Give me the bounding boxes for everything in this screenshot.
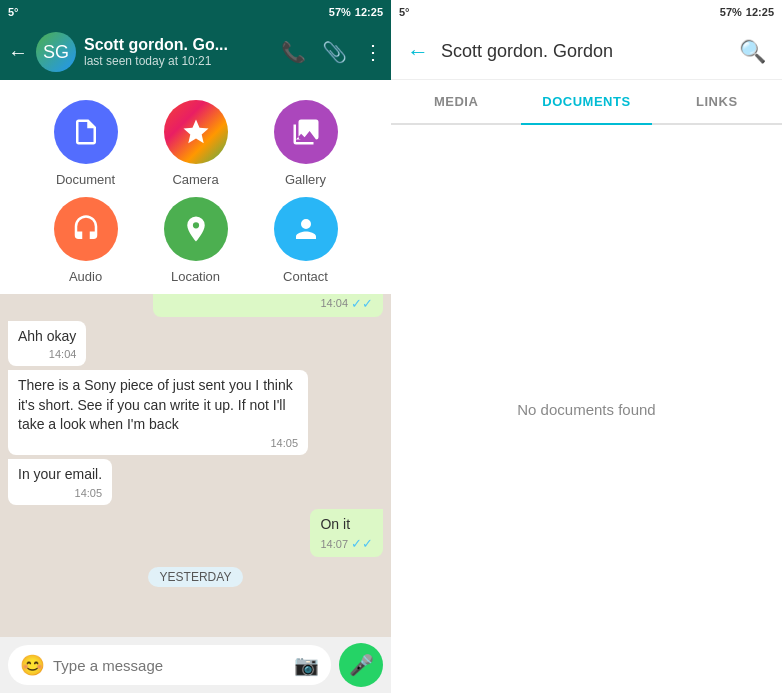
right-left-status: 5° xyxy=(399,6,410,18)
detail-back-button[interactable]: ← xyxy=(407,39,429,65)
chat-header: ← SG Scott gordon. Go... last seen today… xyxy=(0,24,391,80)
message-input[interactable] xyxy=(53,657,286,674)
right-time: 12:25 xyxy=(746,6,774,18)
phone-icon[interactable]: 📞 xyxy=(281,40,306,64)
attach-document[interactable]: Document xyxy=(36,100,136,187)
message-text: In your email. xyxy=(18,465,102,485)
message-5: On it 14:07 ✓✓ xyxy=(310,509,383,558)
back-button[interactable]: ← xyxy=(8,41,28,64)
message-meta: 14:04 ✓✓ xyxy=(163,296,373,311)
attach-contact[interactable]: Contact xyxy=(256,197,356,284)
camera-icon xyxy=(164,100,228,164)
audio-label: Audio xyxy=(69,269,102,284)
contact-name: Scott gordon. Go... xyxy=(84,36,273,54)
more-options-icon[interactable]: ⋮ xyxy=(363,40,383,64)
message-meta: 14:05 xyxy=(18,437,298,449)
chat-messages: I'm just getting back into the office 14… xyxy=(0,260,391,637)
message-text: Ahh okay xyxy=(18,327,76,347)
camera-attach-icon[interactable]: 📷 xyxy=(294,653,319,677)
attach-location[interactable]: Location xyxy=(146,197,246,284)
right-panel: 5° 57% 12:25 ← Scott gordon. Gordon 🔍 ME… xyxy=(391,0,782,693)
message-time: 14:07 xyxy=(320,538,348,550)
right-status-icons: 57% 12:25 xyxy=(329,6,383,18)
attach-audio[interactable]: Audio xyxy=(36,197,136,284)
media-tabs: MEDIA DOCUMENTS LINKS xyxy=(391,80,782,125)
tab-media[interactable]: MEDIA xyxy=(391,80,521,123)
attach-gallery[interactable]: Gallery xyxy=(256,100,356,187)
message-time: 14:05 xyxy=(75,487,103,499)
empty-state: No documents found xyxy=(391,125,782,693)
message-input-bar: 😊 📷 🎤 xyxy=(0,637,391,693)
detail-title: Scott gordon. Gordon xyxy=(441,41,727,62)
message-3: There is a Sony piece of just sent you I… xyxy=(8,370,308,455)
detail-search-icon[interactable]: 🔍 xyxy=(739,39,766,65)
status-bar-right: 5° 57% 12:25 xyxy=(391,0,782,24)
document-icon xyxy=(54,100,118,164)
message-time: 14:05 xyxy=(270,437,298,449)
contact-info[interactable]: Scott gordon. Go... last seen today at 1… xyxy=(84,36,273,68)
attach-camera[interactable]: Camera xyxy=(146,100,246,187)
camera-label: Camera xyxy=(172,172,218,187)
location-icon xyxy=(164,197,228,261)
left-panel: 5° 57% 12:25 ← SG Scott gordon. Go... la… xyxy=(0,0,391,693)
message-ticks: ✓✓ xyxy=(351,296,373,311)
right-right-status: 57% 12:25 xyxy=(720,6,774,18)
date-divider: YESTERDAY xyxy=(148,567,244,587)
contact-status: last seen today at 10:21 xyxy=(84,54,273,68)
gallery-label: Gallery xyxy=(285,172,326,187)
right-battery: 57% xyxy=(720,6,742,18)
detail-header: ← Scott gordon. Gordon 🔍 xyxy=(391,24,782,80)
message-meta: 14:04 xyxy=(18,348,76,360)
contact-label: Contact xyxy=(283,269,328,284)
message-text: There is a Sony piece of just sent you I… xyxy=(18,376,298,435)
message-meta: 14:07 ✓✓ xyxy=(320,536,373,551)
message-2: Ahh okay 14:04 xyxy=(8,321,86,367)
message-ticks: ✓✓ xyxy=(351,536,373,551)
audio-icon xyxy=(54,197,118,261)
message-time: 14:04 xyxy=(49,348,77,360)
contact-avatar[interactable]: SG xyxy=(36,32,76,72)
battery-level: 57% xyxy=(329,6,351,18)
header-actions: 📞 📎 ⋮ xyxy=(281,40,383,64)
message-input-field: 😊 📷 xyxy=(8,645,331,685)
message-text: On it xyxy=(320,515,373,535)
contact-icon xyxy=(274,197,338,261)
attachment-menu: Document Camera Gallery Audio Location xyxy=(0,80,391,294)
gallery-icon xyxy=(274,100,338,164)
tab-documents[interactable]: DOCUMENTS xyxy=(521,80,651,123)
signal-strength: 5° xyxy=(8,6,19,18)
time-left: 12:25 xyxy=(355,6,383,18)
empty-state-text: No documents found xyxy=(517,401,655,418)
message-4: In your email. 14:05 xyxy=(8,459,112,505)
right-signal: 5° xyxy=(399,6,410,18)
location-label: Location xyxy=(171,269,220,284)
document-label: Document xyxy=(56,172,115,187)
mic-button[interactable]: 🎤 xyxy=(339,643,383,687)
tab-links[interactable]: LINKS xyxy=(652,80,782,123)
emoji-icon[interactable]: 😊 xyxy=(20,653,45,677)
message-time: 14:04 xyxy=(320,297,348,309)
status-bar-left: 5° 57% 12:25 xyxy=(0,0,391,24)
message-meta: 14:05 xyxy=(18,487,102,499)
attach-icon[interactable]: 📎 xyxy=(322,40,347,64)
left-status-icons: 5° xyxy=(8,6,19,18)
